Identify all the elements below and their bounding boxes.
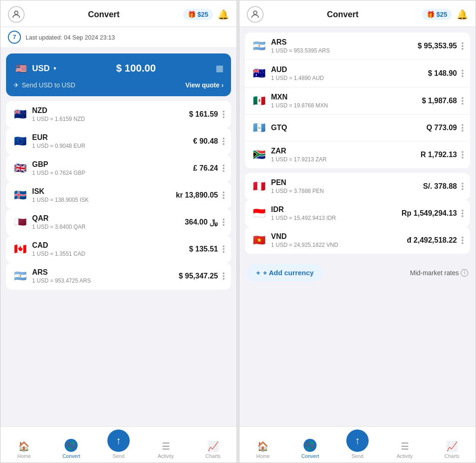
more-options-icon[interactable]: [462, 124, 463, 132]
currency-info: QAR 1 USD = 3.6400 QAR: [32, 214, 180, 230]
more-options-icon[interactable]: [462, 42, 463, 50]
left-view-quote-button[interactable]: View quote ›: [185, 81, 224, 89]
left-nav-activity-label: Activity: [158, 453, 174, 459]
more-options-icon[interactable]: [223, 218, 225, 226]
right-gift-button[interactable]: 🎁 $25: [422, 9, 452, 20]
right-single-currency-row[interactable]: 🇻🇳 VND 1 USD = 24,925.1822 VND đ 2,492,5…: [245, 227, 470, 254]
convert-active-icon: 💱: [65, 439, 78, 452]
left-nav-activity[interactable]: ☰ Activity: [142, 441, 190, 459]
currency-flag: 🇮🇸: [13, 188, 27, 203]
currency-info: GBP 1 USD = 0.7624 GBP: [32, 160, 189, 176]
left-base-amount: $ 100.00: [116, 62, 156, 74]
left-send-button[interactable]: ✈ Send USD to USD: [13, 81, 75, 89]
left-bottom-nav: 🏠 Home 💱 Convert ↑ Send ☰ Activity 📈: [0, 426, 237, 463]
right-nav-charts[interactable]: 📈 Charts: [428, 441, 476, 459]
converted-amount: $ 95,347.25: [178, 272, 218, 280]
more-options-icon[interactable]: [223, 111, 225, 118]
converted-amount: $ 135.51: [189, 245, 218, 253]
left-gift-button[interactable]: 🎁 $25: [183, 9, 213, 20]
exchange-rate-label: 1 USD = 19.8768 MXN: [271, 102, 417, 109]
right-bell-icon[interactable]: 🔔: [456, 9, 468, 20]
more-options-icon[interactable]: [223, 245, 225, 253]
converted-amount: đ 2,492,518.22: [407, 236, 457, 245]
currency-flag: 🇲🇽: [251, 93, 266, 108]
more-options-icon[interactable]: [462, 210, 463, 217]
chevron-right-icon: ›: [221, 81, 224, 89]
left-currency-row[interactable]: 🇪🇺 EUR 1 USD = 0.9048 EUR € 90.48: [6, 128, 231, 155]
right-grouped-currency-row[interactable]: 🇦🇺 AUD 1 USD = 1.4890 AUD $ 148.90: [245, 60, 470, 87]
right-nav-convert[interactable]: 💱 Convert: [287, 439, 334, 459]
more-options-icon[interactable]: [462, 151, 463, 159]
right-send-center-button[interactable]: ↑: [346, 430, 369, 452]
right-nav-convert-label: Convert: [301, 453, 319, 459]
right-single-currency-row[interactable]: 🇮🇩 IDR 1 USD = 15,492.9413 IDR Rp 1,549,…: [245, 200, 470, 227]
right-header: Convert 🎁 $25 🔔: [239, 0, 476, 27]
left-currency-row[interactable]: 🇮🇸 ISK 1 USD = 138.9005 ISK kr 13,890.05: [6, 182, 231, 209]
more-options-icon[interactable]: [462, 97, 463, 105]
currency-info: ISK 1 USD = 138.9005 ISK: [32, 187, 171, 203]
left-currency-row[interactable]: 🇶🇦 QAR 1 USD = 3.6400 QAR ﷼ 364.00: [6, 209, 231, 236]
left-nav-convert[interactable]: 💱 Convert: [48, 439, 95, 459]
left-update-circle[interactable]: 7: [8, 31, 21, 44]
info-icon[interactable]: i: [461, 269, 468, 277]
left-nav-convert-label: Convert: [62, 453, 80, 459]
currency-info: PEN 1 USD = 3.7888 PEN: [271, 179, 418, 194]
right-grouped-currency-row[interactable]: 🇬🇹 GTQ Q 773.09: [245, 115, 470, 141]
right-grouped-currency-row[interactable]: 🇦🇷 ARS 1 USD = 953.5395 ARS $ 95,353.95: [245, 33, 470, 60]
currency-flag: 🇦🇷: [251, 39, 266, 53]
left-currency-row[interactable]: 🇨🇦 CAD 1 USD = 1.3551 CAD $ 135.51: [6, 236, 231, 263]
left-bell-icon[interactable]: 🔔: [218, 9, 229, 20]
send-center-button[interactable]: ↑: [107, 430, 130, 452]
currency-flag: 🇨🇦: [13, 242, 27, 257]
right-nav-activity[interactable]: ☰ Activity: [381, 441, 429, 459]
left-header-right: 🎁 $25 🔔: [183, 9, 229, 20]
currency-code-label: ARS: [271, 38, 413, 46]
left-base-top: 🇺🇸 USD ▾ $ 100.00 ▦: [13, 61, 224, 76]
currency-flag: 🇳🇿: [13, 107, 27, 122]
left-nav-charts[interactable]: 📈 Charts: [189, 441, 237, 459]
right-nav-send[interactable]: ↑ Send: [334, 430, 381, 459]
calculator-icon[interactable]: ▦: [216, 63, 224, 73]
more-options-icon[interactable]: [462, 70, 463, 77]
right-grouped-currency-row[interactable]: 🇿🇦 ZAR 1 USD = 17.9213 ZAR R 1,792.13: [245, 141, 470, 168]
right-single-currency-row[interactable]: 🇵🇪 PEN 1 USD = 3.7888 PEN S/. 378.88: [245, 173, 470, 200]
converted-amount: £ 76.24: [193, 164, 218, 172]
more-options-icon[interactable]: [462, 183, 463, 190]
mid-market-label: Mid-market rates i: [410, 269, 468, 277]
right-singles-list: 🇵🇪 PEN 1 USD = 3.7888 PEN S/. 378.88 🇮🇩 …: [245, 173, 470, 254]
left-currency-row[interactable]: 🇬🇧 GBP 1 USD = 0.7624 GBP £ 76.24: [6, 155, 231, 182]
currency-code-label: NZD: [32, 106, 185, 115]
currency-info: ARS 1 USD = 953.5395 ARS: [271, 38, 413, 54]
currency-info: EUR 1 USD = 0.9048 EUR: [32, 133, 189, 149]
exchange-rate-label: 1 USD = 3.7888 PEN: [271, 188, 418, 194]
exchange-rate-label: 1 USD = 17.9213 ZAR: [271, 156, 416, 163]
left-currency-selector[interactable]: 🇺🇸 USD ▾: [13, 61, 56, 76]
add-currency-button[interactable]: + + Add currency: [247, 264, 323, 281]
more-options-icon[interactable]: [223, 138, 225, 145]
right-grouped-currency-row[interactable]: 🇲🇽 MXN 1 USD = 19.8768 MXN $ 1,987.68: [245, 87, 470, 115]
more-options-icon[interactable]: [223, 192, 225, 199]
currency-code-label: ZAR: [271, 147, 416, 155]
right-bottom-nav: 🏠 Home 💱 Convert ↑ Send ☰ Activity 📈: [239, 426, 476, 463]
right-nav-home[interactable]: 🏠 Home: [239, 441, 287, 459]
currency-flag: 🇬🇧: [13, 161, 27, 176]
converted-amount: $ 161.59: [189, 110, 218, 119]
left-nav-home[interactable]: 🏠 Home: [0, 441, 48, 459]
more-options-icon[interactable]: [223, 165, 225, 172]
right-add-row: + + Add currency Mid-market rates i: [245, 260, 470, 285]
more-options-icon[interactable]: [223, 272, 225, 280]
right-gift-icon: 🎁: [427, 11, 435, 18]
exchange-rate-label: 1 USD = 1.4890 AUD: [271, 75, 423, 81]
left-avatar[interactable]: [8, 6, 25, 23]
currency-flag: 🇮🇩: [251, 206, 266, 221]
left-base-code: USD: [32, 64, 50, 73]
more-options-icon[interactable]: [462, 237, 463, 244]
currency-code-label: GBP: [32, 160, 189, 169]
right-send-up-icon: ↑: [355, 435, 360, 447]
left-currency-row[interactable]: 🇳🇿 NZD 1 USD = 1.6159 NZD $ 161.59: [6, 101, 231, 128]
left-currency-row[interactable]: 🇦🇷 ARS 1 USD = 953.4725 ARS $ 95,347.25: [6, 263, 231, 290]
right-avatar[interactable]: [247, 6, 264, 23]
left-nav-send[interactable]: ↑ Send: [95, 430, 142, 459]
currency-code-label: PEN: [271, 179, 418, 187]
currency-info: IDR 1 USD = 15,492.9413 IDR: [271, 205, 397, 221]
